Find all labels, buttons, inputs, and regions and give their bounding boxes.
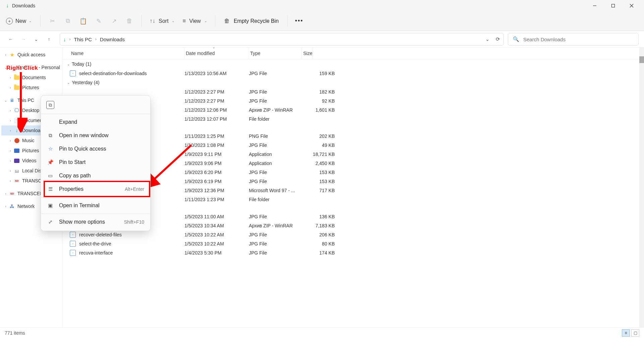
separator: [287, 15, 288, 27]
file-row[interactable]: 1/12/2023 2:27 PMJPG File182 KB: [62, 87, 644, 96]
scrollbar-thumb[interactable]: [639, 56, 644, 63]
file-type: File folder: [249, 116, 302, 122]
chevron-down-icon[interactable]: ⌄: [3, 99, 9, 102]
sd-icon: SD: [13, 177, 20, 184]
more-icon: ⤢: [47, 219, 54, 225]
copy-icon[interactable]: ⧉: [46, 101, 54, 109]
file-size: 182 KB: [302, 89, 335, 95]
column-name[interactable]: Name: [70, 48, 184, 59]
terminal-icon: ▣: [47, 202, 54, 209]
jpg-file-icon: ▫: [70, 241, 76, 247]
context-menu-pin-quick-access[interactable]: ☆ Pin to Quick access: [41, 142, 150, 156]
file-type: JPG File: [249, 71, 302, 76]
file-date: 1/12/2023 12:07 PM: [184, 116, 249, 122]
refresh-button[interactable]: ⟳: [496, 36, 500, 42]
sort-button[interactable]: ↑↓ Sort ⌄: [146, 18, 178, 24]
file-type: JPG File: [249, 232, 302, 237]
large-icons-view-button[interactable]: ▢: [631, 329, 639, 337]
file-type: JPG File: [249, 89, 302, 95]
up-button[interactable]: ↑: [44, 34, 54, 45]
svg-rect-1: [611, 4, 614, 7]
view-button[interactable]: ≡ View ⌄: [179, 18, 210, 24]
file-row[interactable]: ▫select-the-drive1/5/2023 10:22 AMJPG Fi…: [62, 239, 644, 248]
delete-button[interactable]: 🗑: [122, 14, 137, 28]
maximize-button[interactable]: [604, 0, 622, 11]
path-icon: ▭: [47, 172, 54, 179]
sort-label: Sort: [159, 18, 168, 24]
group-header[interactable]: ⌄Today (1): [62, 59, 644, 69]
window-title: Downloads: [12, 3, 35, 8]
file-name: select-the-drive: [79, 241, 111, 246]
details-view-button[interactable]: ≡: [622, 329, 630, 337]
chevron-right-icon[interactable]: ›: [7, 76, 13, 79]
empty-recycle-bin-button[interactable]: 🗑 Empty Recycle Bin: [220, 18, 283, 24]
file-type: Архив ZIP - WinRAR: [249, 223, 302, 228]
svg-line-7: [149, 145, 191, 184]
window-controls: [585, 0, 641, 11]
column-type[interactable]: Type: [249, 48, 302, 59]
group-header[interactable]: ⌄Yesterday (4): [62, 78, 644, 87]
minimize-button[interactable]: [585, 0, 604, 11]
address-bar[interactable]: ↓ › This PC › Downloads ⌄ ⟳: [60, 33, 504, 46]
back-button[interactable]: ←: [5, 34, 16, 45]
star-icon: ★: [9, 51, 15, 58]
context-menu-open-new-window[interactable]: ⧉ Open in new window: [41, 129, 150, 142]
column-date[interactable]: Date modified: [184, 48, 249, 59]
pictures-icon: [13, 147, 20, 154]
copy-button[interactable]: ⧉: [61, 14, 75, 28]
address-dropdown-button[interactable]: ⌄: [485, 36, 490, 42]
chevron-right-icon[interactable]: ›: [7, 86, 13, 90]
tree-pictures[interactable]: › Pictures: [1, 82, 62, 93]
file-date: 1/5/2023 11:00 AM: [184, 214, 249, 219]
more-button[interactable]: •••: [292, 17, 306, 24]
share-button[interactable]: ↗: [107, 14, 121, 28]
file-size: 717 KB: [302, 188, 335, 193]
rename-button[interactable]: ✎: [92, 14, 106, 28]
chevron-right-icon[interactable]: ›: [3, 53, 9, 57]
context-menu-expand[interactable]: Expand: [41, 115, 150, 129]
scrollbar[interactable]: [639, 48, 644, 327]
star-icon: ☆: [47, 146, 54, 152]
tree-quick-access[interactable]: › ★ Quick access: [1, 50, 62, 60]
file-row[interactable]: ▫recuva-interface1/4/2023 5:30 PMJPG Fil…: [62, 248, 644, 257]
file-size: 136 KB: [302, 214, 335, 219]
annotation-arrow-icon: [144, 144, 195, 190]
search-box[interactable]: 🔍: [508, 33, 639, 46]
breadcrumb-downloads[interactable]: Downloads: [100, 37, 125, 42]
jpg-file-icon: ▫: [70, 250, 76, 256]
context-menu: ⧉ Expand ⧉ Open in new window ☆ Pin to Q…: [41, 95, 151, 231]
history-button[interactable]: ⌄: [31, 34, 42, 45]
cut-button[interactable]: ✂: [45, 14, 59, 28]
file-row[interactable]: ▫select-destination-for-downloads1/13/20…: [62, 69, 644, 78]
file-type: JPG File: [249, 98, 302, 104]
forward-button[interactable]: →: [18, 34, 29, 45]
file-row[interactable]: ▫recover-deleted-files1/5/2023 10:22 AMJ…: [62, 230, 644, 239]
column-size[interactable]: Size: [302, 48, 313, 59]
separator: [41, 114, 150, 114]
view-label: View: [189, 18, 201, 24]
separator: [141, 15, 142, 27]
breadcrumb-this-pc[interactable]: This PC: [74, 37, 92, 42]
file-type: Microsoft Word 97 - ...: [249, 188, 302, 193]
annotation-right-click-label: Right Click: [6, 65, 38, 71]
music-icon: [13, 137, 20, 144]
file-size: 174 KB: [302, 250, 335, 256]
chevron-down-icon: ⌄: [67, 62, 70, 66]
separator: [41, 197, 150, 198]
context-menu-pin-start[interactable]: 📌 Pin to Start: [41, 156, 150, 169]
plus-icon: +: [6, 18, 13, 24]
search-input[interactable]: [523, 37, 634, 42]
new-button[interactable]: + New ⌄: [5, 16, 36, 26]
network-icon: 🖧: [9, 203, 15, 210]
tree-documents[interactable]: › Documents: [1, 72, 62, 82]
context-menu-open-terminal[interactable]: ▣ Open in Terminal: [41, 199, 150, 212]
paste-button[interactable]: 📋: [76, 14, 90, 28]
separator: [215, 15, 215, 27]
status-bar: 771 items ≡ ▢: [0, 327, 644, 338]
item-count: 771 items: [5, 330, 25, 336]
context-menu-properties[interactable]: ☰ Properties Alt+Enter: [41, 182, 150, 196]
close-button[interactable]: [622, 0, 641, 11]
context-menu-copy-path[interactable]: ▭ Copy as path: [41, 169, 150, 182]
file-size: 2,450 KB: [302, 161, 335, 166]
context-menu-show-more[interactable]: ⤢ Show more options Shift+F10: [41, 215, 150, 229]
